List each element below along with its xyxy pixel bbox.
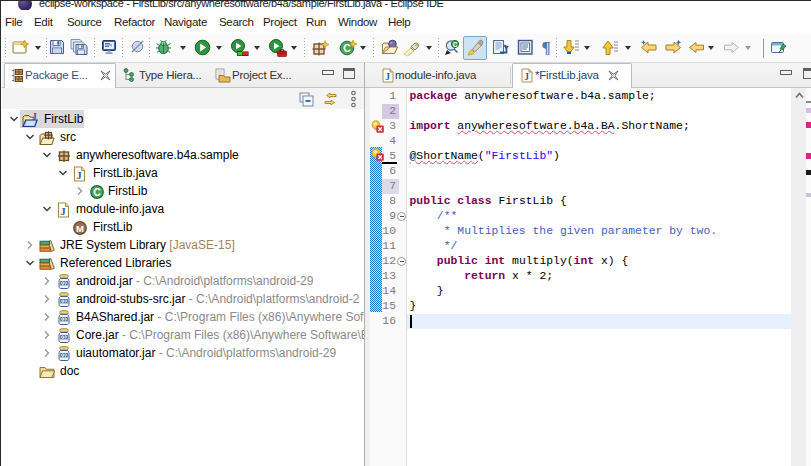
svg-text:J: J bbox=[524, 72, 529, 82]
svg-text:¶: ¶ bbox=[541, 39, 550, 55]
svg-text:C: C bbox=[453, 41, 458, 48]
svg-text:J: J bbox=[385, 72, 390, 82]
